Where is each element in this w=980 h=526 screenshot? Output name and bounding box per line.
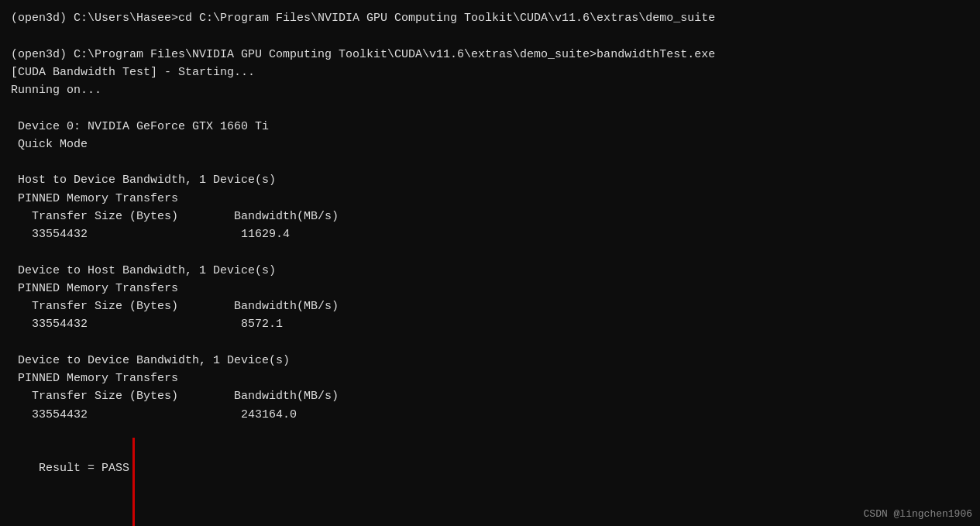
terminal-window: (open3d) C:\Users\Hasee>cd C:\Program Fi… [0, 0, 980, 526]
result-right-bar [132, 438, 135, 526]
blank-line-4 [11, 243, 969, 261]
terminal-line-8: Quick Mode [11, 136, 969, 153]
watermark: CSDN @lingchen1906 [864, 508, 972, 520]
result-text: Result = PASS [39, 462, 129, 475]
terminal-line-3: (open3d) C:\Program Files\NVIDIA GPU Com… [11, 46, 969, 64]
terminal-line-15: Device to Host Bandwidth, 1 Device(s) [11, 262, 969, 280]
terminal-line-13: 33554432 11629.4 [11, 225, 969, 243]
terminal-line-23: 33554432 243164.0 [11, 406, 969, 424]
terminal-line-22: Transfer Size (Bytes) Bandwidth(MB/s) [11, 387, 969, 405]
blank-line-5 [11, 334, 969, 352]
terminal-line-20: Device to Device Bandwidth, 1 Device(s) [11, 352, 969, 370]
terminal-line-1: (open3d) C:\Users\Hasee>cd C:\Program Fi… [11, 9, 969, 27]
terminal-line-10: Host to Device Bandwidth, 1 Device(s) [11, 171, 969, 189]
terminal-line-12: Transfer Size (Bytes) Bandwidth(MB/s) [11, 208, 969, 225]
terminal-result-line: Result = PASS [11, 442, 129, 526]
terminal-line-18: 33554432 8572.1 [11, 315, 969, 333]
blank-line-3 [11, 153, 969, 171]
terminal-line-7: Device 0: NVIDIA GeForce GTX 1660 Ti [11, 118, 969, 136]
blank-line-1 [11, 27, 969, 45]
terminal-line-16: PINNED Memory Transfers [11, 280, 969, 297]
terminal-line-17: Transfer Size (Bytes) Bandwidth(MB/s) [11, 297, 969, 315]
blank-line-6 [11, 424, 969, 442]
terminal-line-21: PINNED Memory Transfers [11, 370, 969, 387]
terminal-line-11: PINNED Memory Transfers [11, 190, 969, 208]
blank-line-2 [11, 99, 969, 117]
terminal-line-4: [CUDA Bandwidth Test] - Starting... [11, 64, 969, 81]
terminal-line-5: Running on... [11, 81, 969, 99]
